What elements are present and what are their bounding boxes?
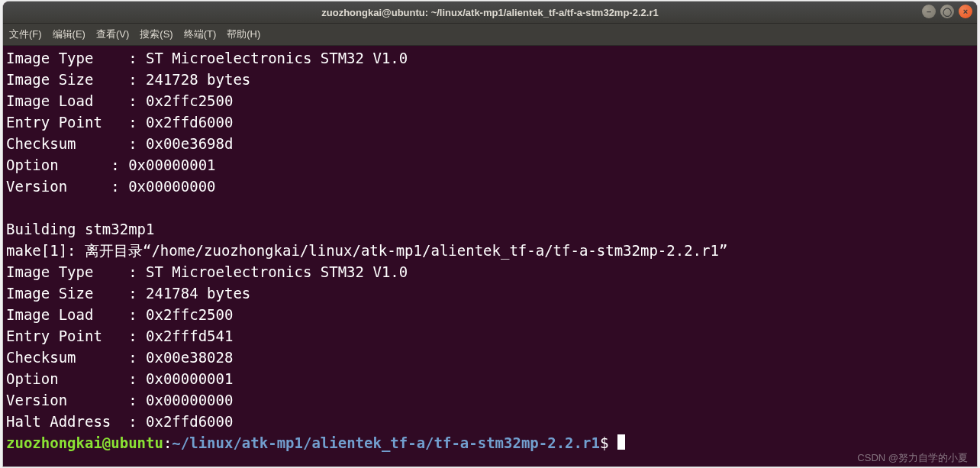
prompt-symbol: $ — [600, 434, 608, 451]
out-line: Image Type : ST Microelectronics STM32 V… — [6, 263, 408, 280]
out-line: Image Load : 0x2ffc2500 — [6, 92, 233, 109]
close-button[interactable]: × — [959, 5, 972, 18]
menu-view[interactable]: 查看(V) — [96, 27, 129, 41]
out-line: Image Size : 241784 bytes — [6, 285, 250, 302]
prompt-path: ~/linux/atk-mp1/alientek_tf-a/tf-a-stm32… — [172, 434, 600, 451]
out-line: Option : 0x00000001 — [6, 370, 233, 387]
out-line: Entry Point : 0x2fffd541 — [6, 328, 233, 344]
out-line: Version : 0x00000000 — [6, 178, 216, 195]
out-line: Image Type : ST Microelectronics STM32 V… — [6, 50, 408, 66]
menu-help[interactable]: 帮助(H) — [227, 27, 260, 41]
out-line: Image Load : 0x2ffc2500 — [6, 306, 233, 323]
prompt-user-host: zuozhongkai@ubuntu — [6, 434, 163, 451]
out-line: Halt Address : 0x2ffd6000 — [6, 413, 233, 430]
menu-terminal[interactable]: 终端(T) — [184, 27, 217, 41]
titlebar: zuozhongkai@ubuntu: ~/linux/atk-mp1/alie… — [3, 2, 977, 24]
out-line: Building stm32mp1 — [6, 221, 154, 237]
terminal-output[interactable]: Image Type : ST Microelectronics STM32 V… — [3, 46, 977, 466]
watermark: CSDN @努力自学的小夏 — [857, 451, 968, 465]
out-line: make[1]: 离开目录“/home/zuozhongkai/linux/at… — [6, 242, 727, 259]
window-controls: – ◯ × — [922, 5, 972, 18]
out-line: Version : 0x00000000 — [6, 392, 233, 408]
menu-edit[interactable]: 编辑(E) — [53, 27, 85, 41]
minimize-button[interactable]: – — [922, 5, 936, 18]
maximize-button[interactable]: ◯ — [940, 5, 954, 18]
window-title: zuozhongkai@ubuntu: ~/linux/atk-mp1/alie… — [321, 7, 658, 18]
menu-file[interactable]: 文件(F) — [9, 27, 42, 41]
menu-search[interactable]: 搜索(S) — [140, 27, 172, 41]
out-line: Checksum : 0x00e3698d — [6, 135, 233, 152]
cursor — [617, 434, 625, 450]
out-line: Checksum : 0x00e38028 — [6, 349, 233, 366]
out-line: Entry Point : 0x2ffd6000 — [6, 114, 233, 131]
out-line: Option : 0x00000001 — [6, 157, 216, 173]
menubar: 文件(F) 编辑(E) 查看(V) 搜索(S) 终端(T) 帮助(H) — [3, 24, 977, 46]
terminal-window: zuozhongkai@ubuntu: ~/linux/atk-mp1/alie… — [3, 2, 977, 466]
prompt-colon: : — [163, 434, 172, 451]
out-line: Image Size : 241728 bytes — [6, 71, 250, 88]
